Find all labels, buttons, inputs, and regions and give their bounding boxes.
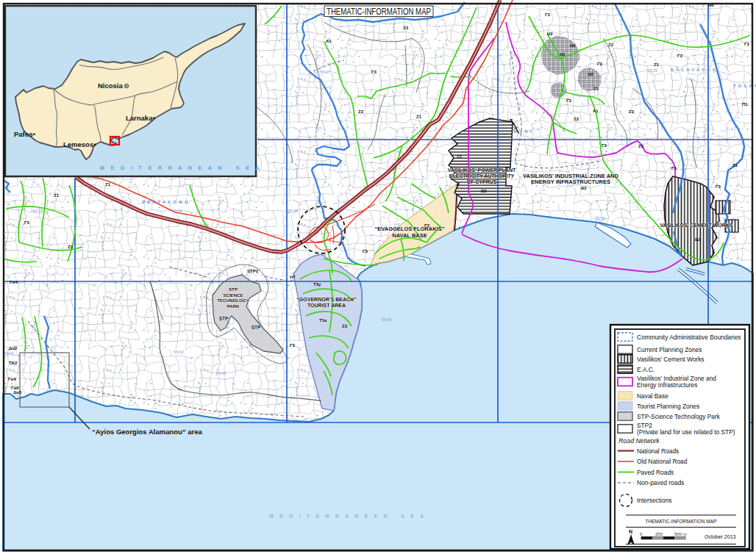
svg-text:Community Administrative Bound: Community Administrative Boundaries <box>637 334 741 341</box>
svg-text:Γ3: Γ3 <box>597 62 603 66</box>
svg-text:T3γ: T3γ <box>313 282 321 287</box>
svg-text:OF CYPRUS: OF CYPRUS <box>467 179 497 184</box>
svg-text:Tourist Planning Zones: Tourist Planning Zones <box>637 403 699 410</box>
svg-text:Γ3: Γ3 <box>290 343 296 348</box>
svg-text:Nicosia: Nicosia <box>98 82 124 90</box>
svg-text:Π1: Π1 <box>742 102 748 107</box>
svg-text:Z1: Z1 <box>416 115 422 119</box>
svg-text:B2: B2 <box>695 237 701 242</box>
svg-text:E.A.C.: E.A.C. <box>637 366 655 373</box>
svg-text:Z1: Z1 <box>54 193 60 198</box>
svg-text:55/41: 55/41 <box>4 351 15 356</box>
svg-text:STP: STP <box>229 287 238 292</box>
svg-text:Z3: Z3 <box>342 324 348 328</box>
svg-text:Γ3: Γ3 <box>716 184 721 189</box>
svg-text:N: N <box>629 529 632 534</box>
svg-text:Z3: Z3 <box>403 26 409 30</box>
svg-text:Intersections: Intersections <box>637 497 671 504</box>
svg-text:STP: STP <box>219 316 229 321</box>
svg-text:55/27: 55/27 <box>320 70 330 74</box>
svg-text:H7: H7 <box>290 275 296 279</box>
svg-text:Γ3: Γ3 <box>363 249 368 253</box>
svg-text:“Ayios Georgios Alamanou” area: “Ayios Georgios Alamanou” area <box>92 428 202 436</box>
svg-text:55/29: 55/29 <box>647 68 657 73</box>
svg-text:Non-paved roads: Non-paved roads <box>637 479 684 486</box>
svg-text:H1: H1 <box>560 52 566 57</box>
svg-text:Pafos•: Pafos• <box>14 130 36 138</box>
svg-text:T1κ: T1κ <box>319 318 327 323</box>
svg-text:500 m: 500 m <box>674 532 687 536</box>
svg-text:Z1: Z1 <box>105 182 111 187</box>
svg-text:“EVAGGELOS FLORAKIS”: “EVAGGELOS FLORAKIS” <box>375 226 445 232</box>
svg-text:TK2: TK2 <box>9 361 18 365</box>
svg-text:Γα4: Γα4 <box>8 377 16 381</box>
svg-text:VASILIKOS’ CEMENT WORKS: VASILIKOS’ CEMENT WORKS <box>660 223 732 228</box>
svg-text:Γ3: Γ3 <box>677 54 683 58</box>
svg-text:Vasilikos’ Cement Works: Vasilikos’ Cement Works <box>637 356 705 363</box>
svg-text:H2: H2 <box>547 32 553 36</box>
svg-text:Z1: Z1 <box>654 62 660 67</box>
svg-text:Z3: Z3 <box>638 144 644 148</box>
svg-text:55/43: 55/43 <box>382 317 392 322</box>
svg-text:55/35: 55/35 <box>288 209 298 213</box>
svg-text:Γ3: Γ3 <box>671 166 677 170</box>
svg-text:STP-Science Technology Park: STP-Science Technology Park <box>637 413 721 420</box>
svg-text:M E D I T E R R A N E A N S: M E D I T E R R A N E A N S E A <box>100 165 262 170</box>
svg-text:TECHNOLOGY: TECHNOLOGY <box>217 298 250 303</box>
svg-text:Γ3: Γ3 <box>545 12 551 17</box>
svg-text:Road Network: Road Network <box>618 437 660 445</box>
svg-text:B2: B2 <box>581 186 587 190</box>
svg-text:“GOVERNOR’S BEACH”: “GOVERNOR’S BEACH” <box>296 297 356 302</box>
svg-text:(Private land for use related: (Private land for use related to STP) <box>637 428 735 436</box>
svg-text:Γ3: Γ3 <box>744 42 750 46</box>
svg-text:STP2: STP2 <box>247 269 259 273</box>
svg-text:Δα2: Δα2 <box>9 346 18 350</box>
svg-text:Lemesos•: Lemesos• <box>63 140 96 148</box>
svg-text:B2: B2 <box>481 189 487 193</box>
svg-text:National Roads: National Roads <box>637 447 679 455</box>
svg-text:55/34: 55/34 <box>172 209 182 213</box>
svg-text:Old National Road: Old National Road <box>637 458 688 465</box>
svg-text:Γ3: Γ3 <box>602 143 607 148</box>
svg-text:STP: STP <box>252 325 261 330</box>
svg-text:PENTAKOMO: PENTAKOMO <box>142 200 190 204</box>
svg-text:Z1: Z1 <box>457 154 463 159</box>
svg-text:250: 250 <box>655 532 663 536</box>
svg-text:Γ3: Γ3 <box>24 220 30 225</box>
svg-text:PARK: PARK <box>227 303 240 309</box>
svg-text:Current Planning Zones: Current Planning Zones <box>637 346 702 353</box>
svg-text:Δα3: Δα3 <box>13 390 22 395</box>
svg-text:Z2: Z2 <box>574 117 580 121</box>
svg-text:A1: A1 <box>593 109 599 113</box>
svg-text:VASILIKOS’ POWER PLANT: VASILIKOS’ POWER PLANT <box>448 168 516 173</box>
svg-text:MARI: MARI <box>513 129 533 134</box>
svg-text:ELECTRICITY AUTHORITY: ELECTRICITY AUTHORITY <box>449 173 515 179</box>
svg-text:Γα4: Γα4 <box>10 280 18 284</box>
svg-text:Z3: Z3 <box>68 245 74 249</box>
svg-text:Paved Roads: Paved Roads <box>637 469 674 476</box>
svg-text:KALAVASOS: KALAVASOS <box>671 68 718 72</box>
svg-text:SCIENCE: SCIENCE <box>223 292 243 298</box>
svg-text:THEMATIC-INFORMATION MAP: THEMATIC-INFORMATION MAP <box>645 519 717 524</box>
svg-text:October 2013: October 2013 <box>705 534 736 539</box>
svg-text:H2: H2 <box>588 72 593 76</box>
svg-text:ENERGY INFRASTRUCTURES: ENERGY INFRASTRUCTURES <box>531 179 610 185</box>
svg-text:Γ3: Γ3 <box>371 70 377 74</box>
svg-text:Z2: Z2 <box>593 87 599 91</box>
svg-text:TOURIST AREA: TOURIST AREA <box>307 303 346 308</box>
svg-text:Z2: Z2 <box>629 109 635 114</box>
svg-text:M E D I T E R R A N E A N S: M E D I T E R R A N E A N S E A <box>269 514 426 519</box>
svg-text:Z2: Z2 <box>608 43 614 47</box>
svg-text:Larnaka•: Larnaka• <box>126 114 155 122</box>
svg-text:THEMATIC-INFORMATION MAP: THEMATIC-INFORMATION MAP <box>327 7 431 17</box>
svg-text:NAVAL BASE: NAVAL BASE <box>392 232 427 239</box>
svg-text:Z2: Z2 <box>358 109 364 114</box>
svg-text:H2: H2 <box>570 43 576 48</box>
svg-text:A1: A1 <box>326 39 332 43</box>
svg-text:55/42: 55/42 <box>174 350 184 354</box>
svg-text:55/36: 55/36 <box>595 216 605 220</box>
svg-text:55/42: 55/42 <box>216 371 227 375</box>
svg-text:Energy Infrastructures: Energy Infrastructures <box>637 381 697 389</box>
svg-text:Naval Base: Naval Base <box>637 392 668 400</box>
svg-text:Z1: Z1 <box>732 163 738 168</box>
